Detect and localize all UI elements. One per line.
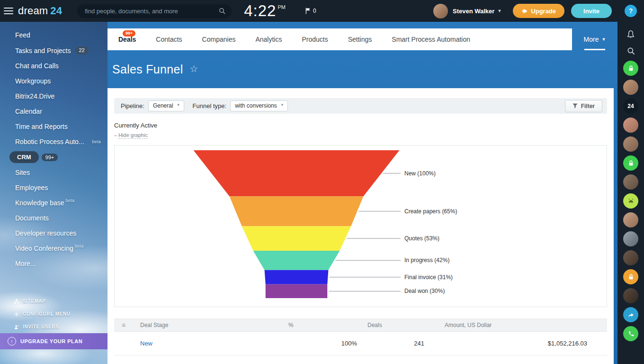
user-menu[interactable]: Steven Walker ▼ (433, 4, 501, 18)
funnel-segment-deal-won[interactable] (266, 284, 328, 298)
avatar[interactable] (623, 250, 638, 265)
tab-products[interactable]: Products (292, 28, 338, 50)
chevron-down-icon: ▼ (497, 9, 501, 13)
invite-button[interactable]: Invite (571, 4, 612, 18)
funnel-segment-new[interactable] (194, 150, 400, 196)
search-icon[interactable] (218, 7, 226, 15)
column-header-amount[interactable]: Amount, US Dollar (428, 322, 607, 328)
sidebar-item-knowledge-base[interactable]: Knowledge basebeta (0, 195, 107, 210)
funnel-label-create-papers: Create papers (65%) (404, 208, 457, 215)
flag-counter[interactable]: 0 (305, 8, 316, 14)
sidebar-item-documents[interactable]: Documents (0, 210, 107, 226)
sidebar-item-time-and-reports[interactable]: Time and Reports (0, 119, 107, 134)
sidebar-item-bitrix24-drive[interactable]: Bitrix24.Drive (0, 89, 107, 104)
sidebar-item-video-conferencing[interactable]: Video Conferencingbeta (0, 241, 107, 256)
table-settings-icon[interactable]: ≡ (114, 321, 133, 329)
collapse-icon: – (114, 132, 117, 138)
upgrade-button[interactable]: Upgrade (513, 4, 564, 18)
pipeline-select[interactable]: General ▼ (148, 100, 184, 111)
tab-label: Companies (202, 36, 236, 43)
favorite-star-icon[interactable]: ☆ (190, 63, 198, 74)
avatar[interactable] (623, 174, 638, 190)
sidebar-link-invite-users[interactable]: INVITE USERS (0, 320, 107, 333)
avatar[interactable] (623, 136, 638, 152)
cell-amount: $1,052,216.03 (428, 340, 607, 347)
tab-analytics[interactable]: Analytics (245, 28, 292, 50)
share-icon[interactable] (623, 307, 638, 322)
sidebar-item-sites[interactable]: Sites (0, 165, 107, 180)
help-icon[interactable]: ? (625, 5, 637, 17)
hide-graphic-link[interactable]: –Hide graphic (114, 132, 148, 138)
bitrix24-network-icon[interactable]: 24 (623, 99, 638, 114)
sidebar-item-label: Tasks and Projects (15, 47, 71, 55)
sidebar-item-robotic-process-automation[interactable]: Robotic Process Auto...beta (0, 134, 107, 149)
sidebar-item-developer-resources[interactable]: Developer resources (0, 226, 107, 241)
sidebar-item-tasks-and-projects[interactable]: Tasks and Projects22 (0, 43, 107, 58)
brand-logo[interactable]: dream 24 (18, 5, 62, 17)
brand-name: dream (18, 5, 48, 17)
sidebar-item-crm[interactable]: CRM99+ (0, 149, 107, 165)
global-search (77, 4, 232, 18)
sidebar-item-more[interactable]: More... (0, 256, 107, 271)
beta-tag: beta (92, 139, 101, 144)
avatar[interactable] (623, 118, 638, 133)
sidebar-link-configure-menu[interactable]: CONFIGURE MENU (0, 308, 107, 320)
funnel-segment-create-papers[interactable] (230, 196, 364, 226)
sidebar-item-employees[interactable]: Employees (0, 180, 107, 195)
user-name: Steven Walker (453, 8, 494, 15)
avatar[interactable] (623, 231, 638, 246)
funnel-label-final-invoice: Final invoice (31%) (404, 274, 453, 281)
tab-more[interactable]: More ▼ (572, 28, 617, 50)
chevron-down-icon: ▼ (601, 37, 606, 42)
tab-settings[interactable]: Settings (338, 28, 382, 50)
funnel-segment-in-progress[interactable] (253, 251, 340, 270)
sidebar-item-label: Employees (15, 184, 48, 191)
stage-link[interactable]: New (140, 340, 152, 347)
funnel-type-select[interactable]: with conversions ▼ (230, 100, 288, 111)
tab-companies[interactable]: Companies (192, 28, 246, 50)
sidebar-item-label: Knowledge base (15, 199, 64, 207)
secure-lock-icon[interactable] (623, 61, 638, 76)
avatar[interactable] (623, 80, 638, 95)
tab-deals[interactable]: 99+ Deals (108, 28, 146, 50)
secure-lock-icon[interactable] (623, 155, 638, 171)
column-header-percent[interactable]: % (282, 322, 358, 328)
column-header-deal-stage[interactable]: Deal Stage (133, 322, 282, 328)
secure-lock-icon[interactable] (623, 269, 638, 284)
sidebar-item-label: More... (15, 260, 36, 267)
funnel-filter-icon (572, 103, 578, 109)
sidebar-item-chat-and-calls[interactable]: Chat and Calls (0, 58, 107, 73)
footer-link-label: INVITE USERS (23, 324, 59, 329)
android-icon[interactable] (623, 193, 638, 209)
clock: 4:22 PM (244, 2, 286, 20)
right-rail: 24 (617, 22, 644, 364)
avatar[interactable] (623, 212, 638, 228)
sidebar-item-calendar[interactable]: Calendar (0, 104, 107, 119)
topbar: dream 24 4:22 PM 0 Steven Walker ▼ Upgra… (0, 0, 644, 22)
tab-contacts[interactable]: Contacts (146, 28, 192, 50)
sidebar-item-workgroups[interactable]: Workgroups (0, 73, 107, 89)
sidebar-link-sitemap[interactable]: SITEMAP (0, 295, 107, 308)
phone-icon[interactable] (623, 326, 638, 341)
count-badge: 99+ (123, 30, 135, 36)
filter-label: Filter (581, 103, 595, 109)
menu-hamburger-icon[interactable] (4, 8, 13, 14)
avatar[interactable] (623, 288, 638, 303)
tab-label: Deals (118, 36, 136, 43)
funnel-segment-final-invoice[interactable] (265, 270, 329, 284)
column-header-deals[interactable]: Deals (358, 322, 428, 328)
pipeline-label: Pipeline: (121, 102, 144, 109)
tab-label: Contacts (156, 36, 182, 43)
sidebar-item-feed[interactable]: Feed (0, 27, 107, 43)
search-input[interactable] (84, 7, 218, 15)
page-title: Sales Funnel (112, 63, 183, 76)
cell-percent: 100% (282, 340, 358, 347)
funnel-status-label: Currently Active (114, 122, 607, 129)
notifications-bell-icon[interactable] (623, 28, 638, 41)
footer-link-label: CONFIGURE MENU (23, 311, 71, 317)
search-icon[interactable] (623, 45, 638, 57)
funnel-segment-quotes[interactable] (242, 226, 351, 251)
filter-button[interactable]: Filter (565, 100, 602, 112)
upgrade-your-plan-button[interactable]: ↑ UPGRADE YOUR PLAN (0, 333, 107, 349)
tab-smart-process-automation[interactable]: Smart Process Automation (382, 28, 480, 50)
